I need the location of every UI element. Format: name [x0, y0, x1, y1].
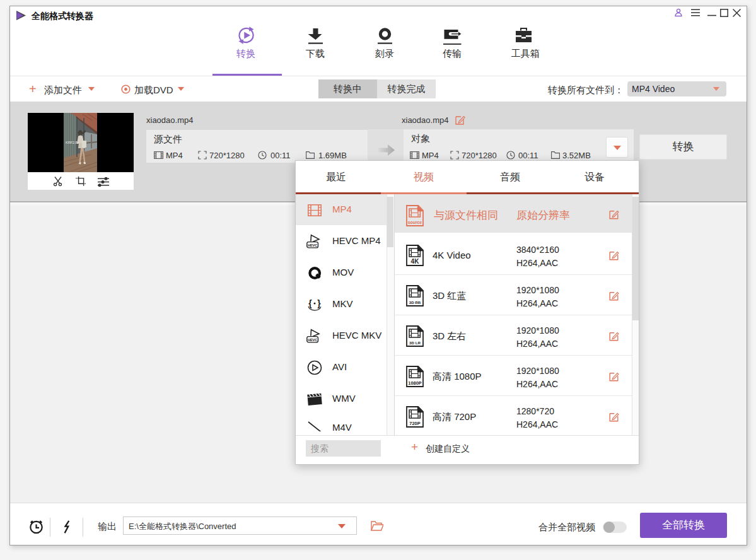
svg-text:3D RB: 3D RB: [409, 300, 421, 305]
svg-text:1080P: 1080P: [408, 380, 421, 386]
svg-text:HEVC: HEVC: [308, 338, 317, 342]
svg-text:HEVC: HEVC: [308, 243, 317, 247]
svg-text:{: {: [308, 298, 312, 308]
svg-text:source: source: [408, 220, 422, 225]
svg-text:KRF2.8i: KRF2.8i: [66, 141, 78, 144]
svg-text:4K: 4K: [411, 258, 420, 265]
svg-text:3D LR: 3D LR: [409, 341, 421, 345]
svg-text:720P: 720P: [409, 421, 420, 426]
